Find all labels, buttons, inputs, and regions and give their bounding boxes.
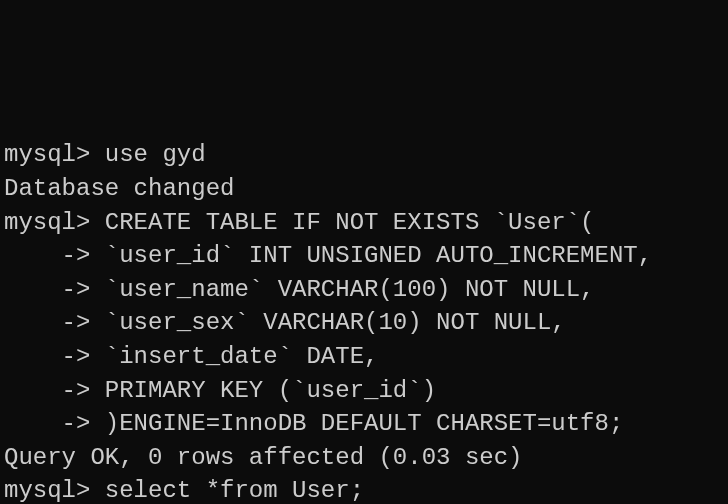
terminal-line: mysql> select *from User;	[4, 474, 724, 504]
terminal-line: -> `user_sex` VARCHAR(10) NOT NULL,	[4, 306, 724, 340]
terminal-line: mysql> CREATE TABLE IF NOT EXISTS `User`…	[4, 206, 724, 240]
terminal-output[interactable]: mysql> use gydDatabase changedmysql> CRE…	[4, 138, 724, 504]
terminal-line: Database changed	[4, 172, 724, 206]
terminal-line: -> PRIMARY KEY (`user_id`)	[4, 374, 724, 408]
terminal-line: -> `user_name` VARCHAR(100) NOT NULL,	[4, 273, 724, 307]
terminal-line: -> )ENGINE=InnoDB DEFAULT CHARSET=utf8;	[4, 407, 724, 441]
terminal-line: Query OK, 0 rows affected (0.03 sec)	[4, 441, 724, 475]
terminal-line: -> `user_id` INT UNSIGNED AUTO_INCREMENT…	[4, 239, 724, 273]
terminal-line: mysql> use gyd	[4, 138, 724, 172]
terminal-line: -> `insert_date` DATE,	[4, 340, 724, 374]
